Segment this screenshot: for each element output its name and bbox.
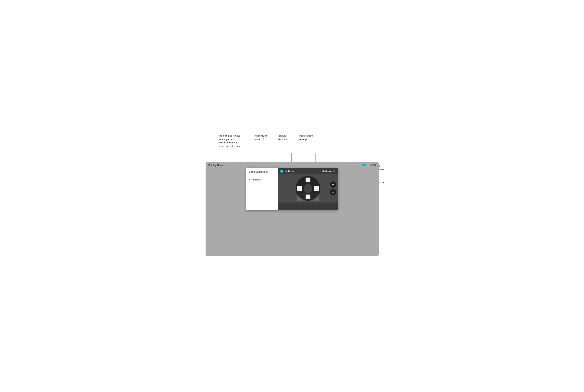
- top-bar-icons: [362, 164, 366, 166]
- zoom-controls: + −: [330, 181, 336, 196]
- camera-positions-panel: Camera positions + Add new: [246, 168, 278, 210]
- annotation-selfview-toggle: Turn selfview on and off: [254, 134, 267, 141]
- maximize-icon: [333, 170, 336, 172]
- zoom-out-icon: −: [332, 190, 334, 194]
- selfview-checkbox[interactable]: [280, 170, 283, 172]
- panel-header: Camera positions: [246, 168, 278, 176]
- divider: |: [368, 164, 368, 166]
- selfview-header: Selfview Maximize: [278, 168, 338, 174]
- overlay-area: Camera positions + Add new Selfview: [206, 168, 379, 221]
- pan-tilt-overlay: ∧ ∨ ‹ ›: [296, 176, 320, 201]
- pan-tilt-center: [304, 184, 313, 193]
- camera-preview: ∧ ∨ ‹ ›: [278, 174, 338, 202]
- pan-left-button[interactable]: ‹: [297, 186, 302, 191]
- selfview-label: Selfview: [285, 170, 294, 172]
- svg-marker-7: [365, 164, 366, 166]
- camera-icon[interactable]: [362, 164, 366, 166]
- pan-tilt-circle: ∧ ∨ ‹ ›: [296, 176, 320, 201]
- zoom-in-button[interactable]: +: [330, 181, 336, 188]
- add-new-label: Add new: [252, 178, 261, 181]
- annotation-pan-tilt: Pan and tilt controls: [277, 134, 288, 141]
- display-name-text: Display Name: [208, 164, 224, 166]
- top-bar-right: | 14:13: [362, 164, 376, 166]
- pan-up-button[interactable]: ∧: [306, 178, 311, 182]
- annotation-camera-presets: Add, edit, and remove camera presets. An…: [218, 134, 241, 148]
- annotation-open-camera-settings: Open camera settings: [299, 134, 313, 141]
- zoom-in-icon: +: [332, 182, 334, 187]
- add-new-button[interactable]: + Add new: [246, 176, 278, 183]
- top-bar: Display Name › | 14:13: [206, 162, 379, 168]
- maximize-button[interactable]: Maximize: [322, 170, 336, 172]
- maximize-label: Maximize: [322, 170, 332, 172]
- camera-view-panel: Selfview Maximize: [278, 168, 338, 210]
- device-background: [206, 221, 379, 256]
- selfview-left: Selfview: [280, 170, 294, 172]
- device-frame: Display Name › | 14:13 Cam: [206, 162, 379, 256]
- svg-rect-6: [362, 164, 365, 166]
- pan-down-button[interactable]: ∨: [306, 194, 311, 199]
- zoom-out-button[interactable]: −: [330, 189, 336, 196]
- add-icon: +: [249, 178, 250, 181]
- display-name[interactable]: Display Name ›: [208, 164, 225, 166]
- pan-right-button[interactable]: ›: [314, 186, 319, 191]
- display-name-chevron: ›: [224, 164, 225, 166]
- time-display: 14:13: [369, 164, 376, 166]
